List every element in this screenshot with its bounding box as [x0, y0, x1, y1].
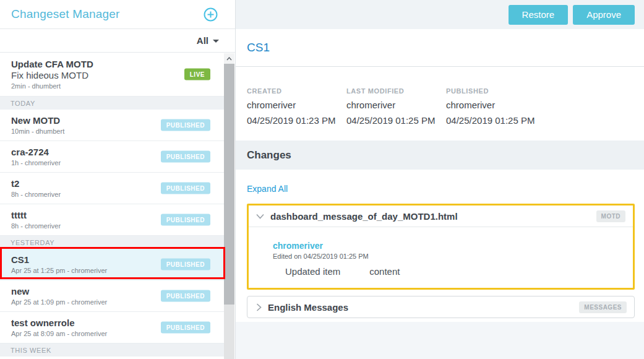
scrollbar-up-arrow-icon[interactable] [224, 53, 234, 64]
sidebar-scrollbar[interactable] [224, 53, 234, 359]
section-header-yesterday: YESTERDAY [0, 236, 224, 249]
changeset-item-cra-2724[interactable]: cra-2724 1h - chromeriver PUBLISHED [0, 141, 224, 173]
type-badge-motd: MOTD [596, 210, 625, 222]
chevron-down-icon [213, 40, 219, 43]
add-changeset-icon[interactable] [204, 7, 218, 22]
app-title: Changeset Manager [11, 7, 120, 21]
changeset-title: CS1 [11, 254, 168, 266]
change-entry-name: dashboard_message_of_day_MOTD1.html [270, 211, 596, 222]
changeset-title: New MOTD [11, 115, 168, 126]
status-badge-published: PUBLISHED [161, 151, 210, 163]
status-badge-published: PUBLISHED [161, 214, 210, 226]
changes-content: Expand All dashboard_message_of_day_MOTD… [236, 170, 644, 359]
changeset-meta: Apr 25 at 8:09 am - chromeriver [11, 329, 168, 338]
changeset-title: cra-2724 [11, 147, 168, 158]
highlighted-change-panel: dashboard_message_of_day_MOTD1.html MOTD… [247, 204, 635, 290]
meta-created: CREATED chromeriver 04/25/2019 01:23 PM [247, 87, 346, 141]
meta-user: chromeriver [346, 100, 446, 110]
restore-button[interactable]: Restore [509, 5, 569, 25]
changeset-title: new [11, 286, 168, 297]
type-badge-messages: MESSAGES [579, 301, 627, 313]
changeset-item-update-cfa-motd[interactable]: Update CFA MOTD Fix hideous MOTD 2min - … [0, 53, 224, 97]
meta-last-modified: LAST MODIFIED chromeriver 04/25/2019 01:… [346, 87, 446, 141]
detail-panel: Restore Approve CS1 CREATED chromeriver … [235, 0, 644, 359]
changeset-item-ttttt[interactable]: ttttt 8h - chromeriver PUBLISHED [0, 204, 224, 236]
bottom-band [236, 322, 644, 359]
meta-user: chromeriver [247, 100, 346, 110]
meta-label: PUBLISHED [446, 87, 546, 95]
changeset-meta: 1h - chromeriver [11, 158, 168, 167]
meta-label: CREATED [247, 87, 346, 95]
detail-toolbar: Restore Approve [236, 0, 644, 29]
changeset-description: Fix hideous MOTD [11, 70, 168, 81]
meta-published: PUBLISHED chromeriver 04/25/2019 01:25 P… [446, 87, 546, 141]
edit-action-row: Updated item content [273, 266, 618, 277]
section-header-this-week: THIS WEEK [0, 344, 224, 357]
scrollbar-thumb[interactable] [224, 64, 234, 305]
changeset-item-cs1[interactable]: CS1 Apr 25 at 1:25 pm - chromeriver PUBL… [0, 249, 224, 280]
change-entry-header-motd[interactable]: dashboard_message_of_day_MOTD1.html MOTD [249, 205, 633, 227]
changeset-meta: 8h - chromeriver [11, 190, 168, 199]
changes-title: Changes [247, 149, 291, 162]
chevron-down-icon [256, 214, 264, 219]
status-badge-live: LIVE [184, 69, 210, 80]
meta-label: LAST MODIFIED [346, 87, 446, 95]
changeset-metadata: CREATED chromeriver 04/25/2019 01:23 PM … [236, 67, 644, 141]
filter-value: All [197, 35, 208, 46]
changeset-title: Update CFA MOTD [11, 59, 168, 70]
edit-date: Edited on 04/25/2019 01:25 PM [273, 253, 618, 260]
edit-action: Updated item [285, 266, 340, 277]
changeset-title: t2 [11, 178, 168, 189]
changeset-item-t2[interactable]: t2 8h - chromeriver PUBLISHED [0, 173, 224, 204]
changeset-meta: Apr 25 at 1:09 pm - chromeriver [11, 298, 168, 306]
edit-user-link[interactable]: chromeriver [273, 241, 618, 251]
meta-date: 04/25/2019 01:25 PM [446, 115, 546, 126]
changes-section-header: Changes [236, 141, 644, 170]
status-badge-published: PUBLISHED [161, 290, 210, 302]
changeset-title: test ownerrole [11, 318, 168, 329]
detail-title-row: CS1 [236, 29, 644, 67]
changeset-meta: Apr 25 at 1:25 pm - chromeriver [11, 266, 168, 275]
page-title: CS1 [247, 41, 270, 54]
sidebar-header: Changeset Manager [0, 0, 235, 29]
changeset-list: Update CFA MOTD Fix hideous MOTD 2min - … [0, 53, 224, 357]
section-header-today: TODAY [0, 97, 224, 110]
change-entry-detail: chromeriver Edited on 04/25/2019 01:25 P… [249, 227, 633, 288]
changeset-item-new-motd[interactable]: New MOTD 10min - dhumbert PUBLISHED [0, 110, 224, 141]
changeset-meta: 8h - chromeriver [11, 222, 168, 230]
changeset-title: ttttt [11, 210, 168, 221]
chevron-right-icon [256, 303, 262, 311]
changeset-item-new[interactable]: new Apr 25 at 1:09 pm - chromeriver PUBL… [0, 280, 224, 312]
status-badge-published: PUBLISHED [161, 183, 210, 194]
meta-user: chromeriver [446, 100, 546, 110]
edit-field: content [369, 266, 400, 277]
status-badge-published: PUBLISHED [161, 119, 210, 131]
changeset-meta: 10min - dhumbert [11, 127, 168, 136]
changeset-filter-dropdown[interactable]: All [0, 29, 235, 53]
status-badge-published: PUBLISHED [161, 259, 210, 270]
change-entry-name: English Messages [268, 302, 579, 313]
approve-button[interactable]: Approve [573, 5, 635, 25]
meta-date: 04/25/2019 01:25 PM [346, 115, 446, 126]
change-entry-english-messages[interactable]: English Messages MESSAGES [247, 296, 635, 318]
expand-all-link[interactable]: Expand All [247, 184, 288, 194]
status-badge-published: PUBLISHED [161, 322, 210, 334]
changeset-item-test-ownerrole[interactable]: test ownerrole Apr 25 at 8:09 am - chrom… [0, 312, 224, 344]
sidebar: Changeset Manager All Update CFA MOTD Fi… [0, 0, 235, 359]
changeset-manager-app: Changeset Manager All Update CFA MOTD Fi… [0, 0, 644, 359]
changeset-meta: 2min - dhumbert [11, 82, 168, 90]
meta-date: 04/25/2019 01:23 PM [247, 115, 346, 126]
